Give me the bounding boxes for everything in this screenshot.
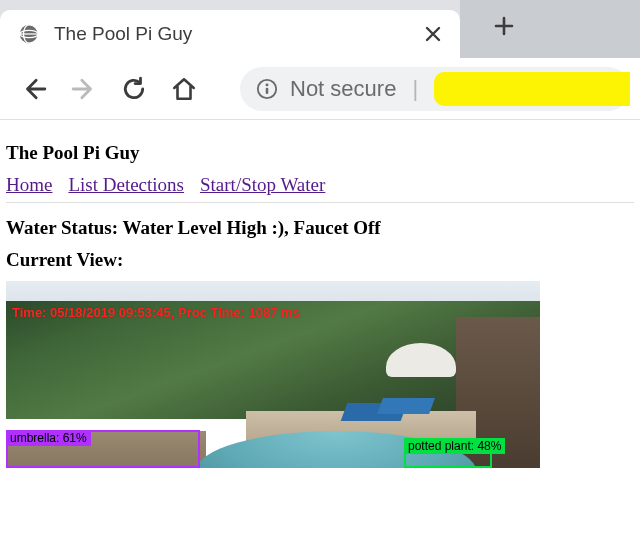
detection-label-potted-plant: potted plant: 48% <box>404 438 505 454</box>
status-label: Water Status: <box>6 217 122 238</box>
forward-button[interactable] <box>70 75 98 103</box>
browser-tab[interactable]: The Pool Pi Guy <box>0 10 460 58</box>
globe-icon <box>18 23 40 45</box>
tab-strip-background <box>460 0 640 58</box>
status-value: Water Level High :), Faucet Off <box>122 217 380 238</box>
detection-box-potted-plant: potted plant: 48% <box>404 438 492 468</box>
home-button[interactable] <box>170 75 198 103</box>
browser-chrome: The Pool Pi Guy Not secure <box>0 0 640 120</box>
nav-home[interactable]: Home <box>6 174 52 195</box>
svg-point-3 <box>266 83 269 86</box>
page-content: The Pool Pi Guy Home List Detections Sta… <box>0 120 640 468</box>
browser-toolbar: Not secure | <box>0 58 640 120</box>
nav-start-stop-water[interactable]: Start/Stop Water <box>200 174 325 195</box>
cam-lounge-chair <box>377 398 435 414</box>
new-tab-button[interactable] <box>484 6 524 46</box>
current-view-label: Current View: <box>6 249 634 271</box>
tab-strip: The Pool Pi Guy <box>0 0 640 58</box>
redacted-url-highlight <box>434 72 630 106</box>
tab-title: The Pool Pi Guy <box>54 23 406 45</box>
address-bar[interactable]: Not secure | <box>240 67 630 111</box>
back-button[interactable] <box>20 75 48 103</box>
reload-button[interactable] <box>120 75 148 103</box>
camera-view: Time: 05/18/2019 09:53:45, Proc Time: 10… <box>6 281 540 468</box>
address-separator: | <box>412 76 418 102</box>
not-secure-label: Not secure <box>290 76 396 102</box>
detection-box-umbrella: umbrella: 61% <box>6 430 200 468</box>
detection-label-umbrella: umbrella: 61% <box>6 430 91 446</box>
close-icon[interactable] <box>420 21 446 47</box>
water-status: Water Status: Water Level High :), Fauce… <box>6 217 634 239</box>
nav-list-detections[interactable]: List Detections <box>68 174 184 195</box>
info-icon[interactable] <box>256 78 278 100</box>
svg-rect-4 <box>266 87 269 93</box>
nav-bar: Home List Detections Start/Stop Water <box>6 172 634 203</box>
camera-timestamp-overlay: Time: 05/18/2019 09:53:45, Proc Time: 10… <box>12 305 300 320</box>
page-title: The Pool Pi Guy <box>6 142 634 164</box>
